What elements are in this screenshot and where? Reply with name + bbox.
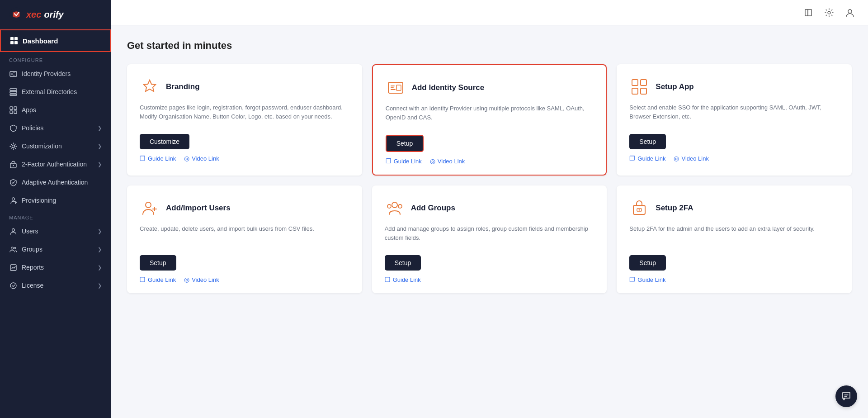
customization-icon — [9, 142, 17, 150]
adaptive-auth-icon — [9, 178, 17, 186]
setup-2fa-button[interactable]: Setup — [629, 255, 666, 271]
identity-source-video-link[interactable]: ◎ Video Link — [430, 157, 465, 165]
add-groups-icon — [385, 198, 405, 218]
sidebar-item-2fa[interactable]: 2-Factor Authentication ❯ — [0, 155, 111, 173]
svg-rect-29 — [632, 88, 638, 94]
svg-point-32 — [392, 202, 397, 208]
card-setup-2fa-actions: Setup — [629, 255, 839, 271]
sidebar-item-customization[interactable]: Customization ❯ — [0, 137, 111, 155]
card-branding-actions: Customize — [140, 134, 349, 149]
svg-point-18 — [12, 228, 14, 231]
sidebar-item-adaptive-auth[interactable]: Adaptive Authentication — [0, 173, 111, 191]
card-identity-source-desc: Connect with an Identity Provider using … — [386, 104, 594, 128]
card-setup-app: Setup App Select and enable SSO for the … — [617, 64, 852, 176]
add-import-users-guide-link[interactable]: ❐ Guide Link — [140, 276, 176, 283]
reports-icon — [9, 263, 17, 271]
svg-point-33 — [387, 204, 391, 208]
dashboard-label: Dashboard — [23, 37, 58, 45]
sidebar-item-external-directories[interactable]: External Directories — [0, 83, 111, 101]
video-link-icon-4: ◎ — [184, 276, 189, 283]
svg-point-22 — [10, 283, 16, 289]
customization-label: Customization — [22, 142, 62, 150]
card-add-import-users-title: Add/Import Users — [166, 204, 231, 213]
add-import-users-button[interactable]: Setup — [140, 255, 176, 271]
svg-point-24 — [848, 10, 852, 13]
setup-app-button[interactable]: Setup — [629, 134, 666, 149]
card-setup-app-links: ❐ Guide Link ◎ Video Link — [629, 155, 839, 162]
card-identity-source-title: Add Identity Source — [412, 83, 485, 92]
svg-rect-4 — [14, 41, 18, 44]
policies-icon — [9, 124, 17, 132]
add-import-users-video-link[interactable]: ◎ Video Link — [184, 276, 219, 283]
svg-rect-27 — [632, 80, 638, 86]
identity-source-icon — [386, 78, 406, 98]
logo: xecorify — [0, 0, 111, 29]
chat-bubble[interactable] — [835, 385, 857, 407]
setup-app-guide-link[interactable]: ❐ Guide Link — [629, 155, 665, 162]
main-content: Get started in minutes Branding Customiz… — [111, 0, 868, 418]
branding-customize-button[interactable]: Customize — [140, 134, 189, 149]
sidebar-item-identity-providers[interactable]: Identity Providers — [0, 65, 111, 83]
identity-source-setup-button[interactable]: Setup — [386, 135, 424, 152]
2fa-label: 2-Factor Authentication — [22, 161, 87, 168]
sidebar-item-reports[interactable]: Reports ❯ — [0, 258, 111, 276]
svg-rect-12 — [10, 111, 13, 114]
provisioning-icon — [9, 196, 17, 204]
sidebar-item-groups[interactable]: Groups ❯ — [0, 240, 111, 258]
setup-app-video-link[interactable]: ◎ Video Link — [674, 155, 708, 162]
card-setup-2fa-links: ❐ Guide Link — [629, 276, 839, 283]
manage-section-label: Manage — [0, 209, 111, 222]
setup-2fa-icon — [629, 198, 649, 218]
svg-rect-1 — [10, 37, 14, 40]
card-add-import-users-links: ❐ Guide Link ◎ Video Link — [140, 276, 349, 283]
svg-rect-30 — [641, 88, 646, 94]
guide-link-icon-3: ❐ — [629, 155, 635, 162]
policies-label: Policies — [22, 124, 43, 132]
2fa-icon — [9, 160, 17, 168]
apps-label: Apps — [22, 106, 36, 114]
sidebar-item-dashboard[interactable]: Dashboard — [0, 29, 111, 52]
book-icon[interactable] — [803, 7, 814, 18]
card-add-identity-source: Add Identity Source Connect with an Iden… — [372, 64, 607, 176]
sidebar-item-users[interactable]: Users ❯ — [0, 222, 111, 240]
sidebar-item-license[interactable]: License ❯ — [0, 276, 111, 294]
card-setup-2fa-desc: Setup 2FA for the admin and the users to… — [629, 224, 839, 248]
sidebar-item-policies[interactable]: Policies ❯ — [0, 119, 111, 137]
identity-source-guide-link[interactable]: ❐ Guide Link — [386, 157, 422, 165]
guide-link-icon: ❐ — [140, 155, 146, 162]
setup-2fa-guide-link[interactable]: ❐ Guide Link — [629, 276, 665, 283]
svg-rect-8 — [10, 91, 17, 93]
svg-point-31 — [146, 202, 151, 208]
branding-video-link[interactable]: ◎ Video Link — [184, 155, 219, 162]
sidebar-item-provisioning[interactable]: Provisioning — [0, 191, 111, 209]
card-setup-2fa-header: Setup 2FA — [629, 198, 839, 218]
sidebar-item-apps[interactable]: Apps — [0, 101, 111, 119]
card-branding: Branding Customize pages like login, reg… — [127, 64, 362, 176]
card-add-groups-desc: Add and manage groups to assign roles, g… — [385, 224, 594, 248]
svg-point-16 — [13, 165, 14, 166]
policies-arrow: ❯ — [98, 125, 102, 131]
identity-providers-icon — [9, 70, 17, 78]
card-branding-title: Branding — [166, 82, 200, 91]
svg-rect-25 — [388, 82, 403, 93]
add-groups-guide-link[interactable]: ❐ Guide Link — [385, 276, 421, 283]
card-setup-app-header: Setup App — [629, 77, 839, 97]
svg-rect-26 — [396, 85, 401, 90]
external-directories-icon — [9, 88, 17, 96]
card-branding-header: Branding — [140, 77, 349, 97]
sidebar: xecorify Dashboard Configure Identi — [0, 0, 111, 418]
svg-point-23 — [828, 11, 830, 14]
svg-point-19 — [11, 247, 13, 249]
configure-section-label: Configure — [0, 52, 111, 65]
settings-icon[interactable] — [824, 7, 835, 18]
card-add-groups-actions: Setup — [385, 255, 594, 271]
svg-rect-11 — [14, 107, 17, 109]
card-setup-2fa-title: Setup 2FA — [656, 204, 693, 213]
user-icon[interactable] — [844, 7, 855, 18]
branding-guide-link[interactable]: ❐ Guide Link — [140, 155, 176, 162]
groups-label: Groups — [22, 246, 42, 253]
svg-point-20 — [14, 247, 16, 249]
add-groups-button[interactable]: Setup — [385, 255, 421, 271]
topbar — [111, 0, 868, 25]
license-label: License — [22, 282, 43, 289]
